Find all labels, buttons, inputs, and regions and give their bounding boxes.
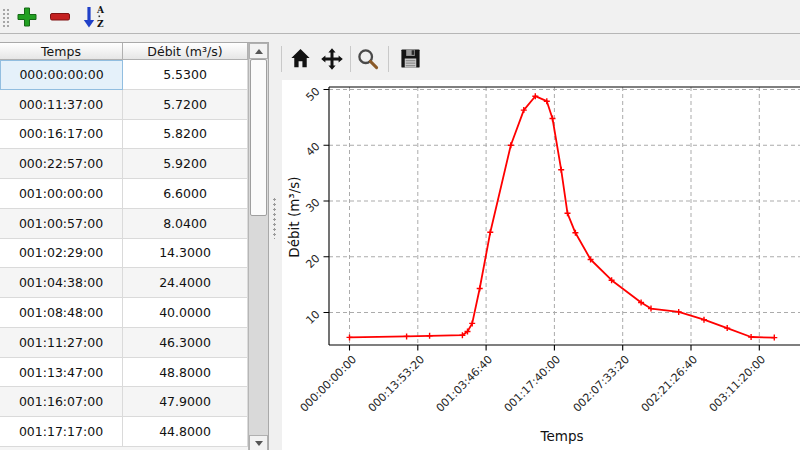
toolbar-separator <box>281 46 282 72</box>
move-icon <box>320 47 344 71</box>
gridlines <box>329 87 800 345</box>
table-row: 001:02:29:00 14.3000 <box>0 239 248 269</box>
table-row: 001:00:57:00 8.0400 <box>0 209 248 239</box>
home-icon <box>289 47 312 70</box>
y-axis-label: Débit (m³/s) <box>286 127 304 307</box>
cell-temps[interactable]: 000:00:00:00 <box>0 60 123 90</box>
table-row: 001:17:17:00 44.8000 <box>0 417 248 447</box>
chart-save-button[interactable] <box>397 45 423 72</box>
sort-az-button[interactable]: A Z <box>80 4 110 30</box>
main-toolbar: A Z <box>0 0 800 34</box>
arrow-down-icon <box>255 441 263 446</box>
plus-icon <box>15 5 39 29</box>
cell-debit[interactable]: 8.0400 <box>123 209 248 239</box>
x-axis-label: Temps <box>510 428 614 444</box>
table-body: 000:00:00:00 5.5300 000:11:37:00 5.7200 … <box>0 60 248 447</box>
cell-temps[interactable]: 001:17:17:00 <box>0 417 123 447</box>
chart-canvas[interactable] <box>282 80 800 450</box>
hydrograph-line <box>350 96 775 337</box>
chart-home-button[interactable] <box>287 45 313 72</box>
toolbar-drag-handle[interactable] <box>2 8 10 28</box>
table-row: 000:16:17:00 5.8200 <box>0 120 248 150</box>
cell-debit[interactable]: 24.4000 <box>123 268 248 298</box>
splitter-handle[interactable] <box>272 197 278 239</box>
data-table-panel: Temps Débit (m³/s) 000:00:00:00 5.5300 0… <box>0 42 269 450</box>
cell-debit[interactable]: 44.8000 <box>123 417 248 447</box>
toolbar-separator <box>388 46 389 72</box>
cell-debit[interactable]: 47.9000 <box>123 387 248 417</box>
arrow-up-icon <box>255 49 263 54</box>
cell-temps[interactable]: 001:04:38:00 <box>0 268 123 298</box>
table-row: 001:13:47:00 48.8000 <box>0 358 248 388</box>
chart-zoom-button[interactable] <box>355 45 381 72</box>
floppy-save-icon <box>399 47 422 70</box>
minus-icon <box>48 5 72 29</box>
cell-temps[interactable]: 001:00:57:00 <box>0 209 123 239</box>
svg-text:A: A <box>96 5 105 15</box>
cell-debit[interactable]: 5.9200 <box>123 149 248 179</box>
cell-debit[interactable]: 46.3000 <box>123 328 248 358</box>
scrollbar-down-button[interactable] <box>249 435 268 450</box>
scrollbar-thumb[interactable] <box>250 59 267 216</box>
table-row: 000:22:57:00 5.9200 <box>0 149 248 179</box>
table-row: 000:00:00:00 5.5300 <box>0 60 248 90</box>
svg-text:Z: Z <box>97 19 104 29</box>
column-header-temps[interactable]: Temps <box>0 43 123 60</box>
cell-temps[interactable]: 001:13:47:00 <box>0 358 123 388</box>
cell-debit[interactable]: 40.0000 <box>123 298 248 328</box>
toolbar-separator <box>350 46 351 72</box>
data-point-markers <box>347 93 778 340</box>
sort-az-icon: A Z <box>81 4 109 30</box>
table-vertical-scrollbar[interactable] <box>248 43 268 450</box>
table-header-row: Temps Débit (m³/s) <box>0 43 248 60</box>
cell-debit[interactable]: 5.8200 <box>123 120 248 150</box>
column-header-debit[interactable]: Débit (m³/s) <box>123 43 248 60</box>
magnifier-icon <box>356 47 380 71</box>
axes-spines <box>324 87 800 351</box>
cell-temps[interactable]: 001:11:27:00 <box>0 328 123 358</box>
data-table: Temps Débit (m³/s) 000:00:00:00 5.5300 0… <box>0 43 248 450</box>
cell-temps[interactable]: 001:02:29:00 <box>0 239 123 269</box>
chart-figure: 1020304050000:00:00:00000:13:53:20001:03… <box>282 80 800 450</box>
cell-temps[interactable]: 000:16:17:00 <box>0 120 123 150</box>
scrollbar-up-button[interactable] <box>249 43 268 59</box>
remove-row-button[interactable] <box>47 4 73 30</box>
table-row: 001:11:27:00 46.3000 <box>0 328 248 358</box>
cell-temps[interactable]: 000:11:37:00 <box>0 90 123 120</box>
cell-debit[interactable]: 5.5300 <box>123 60 248 90</box>
table-row: 000:11:37:00 5.7200 <box>0 90 248 120</box>
table-row: 001:08:48:00 40.0000 <box>0 298 248 328</box>
cell-debit[interactable]: 48.8000 <box>123 358 248 388</box>
cell-temps[interactable]: 001:08:48:00 <box>0 298 123 328</box>
cell-temps[interactable]: 000:22:57:00 <box>0 149 123 179</box>
add-row-button[interactable] <box>14 4 40 30</box>
chart-pan-button[interactable] <box>319 45 345 72</box>
cell-temps[interactable]: 001:00:00:00 <box>0 179 123 209</box>
cell-debit[interactable]: 14.3000 <box>123 239 248 269</box>
table-row: 001:04:38:00 24.4000 <box>0 268 248 298</box>
cell-debit[interactable]: 5.7200 <box>123 90 248 120</box>
table-row: 001:16:07:00 47.9000 <box>0 387 248 417</box>
cell-debit[interactable]: 6.6000 <box>123 179 248 209</box>
table-row: 001:00:00:00 6.6000 <box>0 179 248 209</box>
cell-temps[interactable]: 001:16:07:00 <box>0 387 123 417</box>
